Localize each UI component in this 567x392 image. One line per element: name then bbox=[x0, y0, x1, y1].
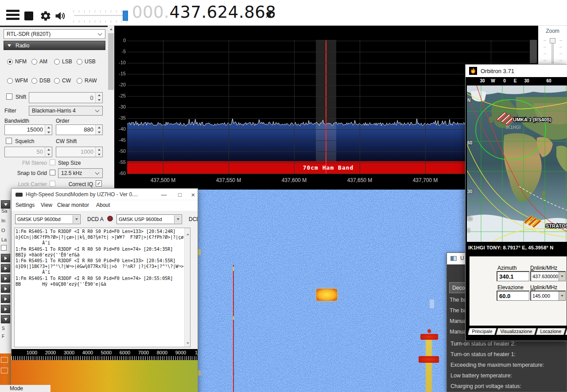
menu-view[interactable]: View bbox=[41, 202, 52, 208]
radio-icon[interactable] bbox=[77, 59, 82, 65]
collapsed-section-button[interactable] bbox=[1, 305, 10, 313]
frequency-display[interactable]: 000.437.624.868 bbox=[132, 3, 276, 22]
ruler-number: 5000 bbox=[97, 350, 116, 355]
spin-down-button[interactable] bbox=[45, 130, 52, 135]
zoom-slider-thumb[interactable] bbox=[550, 38, 555, 43]
open-section-button[interactable] bbox=[1, 315, 10, 323]
dropdown-button[interactable] bbox=[559, 272, 565, 281]
mode-option-wfm[interactable]: WFM bbox=[7, 78, 28, 84]
spin-up-button[interactable] bbox=[45, 147, 52, 152]
radio-icon[interactable] bbox=[54, 59, 60, 65]
mode-option-am[interactable]: AM bbox=[31, 58, 47, 65]
filter-select[interactable]: Blackman-Harris 4 bbox=[29, 106, 103, 116]
collapsed-section-button[interactable] bbox=[1, 254, 10, 262]
bandwidth-spinner[interactable]: 15000 bbox=[4, 124, 52, 135]
mode-option-dsb[interactable]: DSB bbox=[31, 78, 50, 84]
spin-down-button[interactable] bbox=[45, 152, 52, 157]
spin-down-button[interactable] bbox=[96, 98, 102, 103]
gear-icon[interactable] bbox=[40, 10, 51, 22]
open-section-button[interactable] bbox=[1, 200, 10, 209]
collapsed-section-button[interactable] bbox=[1, 274, 10, 283]
menu-about[interactable]: About bbox=[96, 202, 110, 208]
mode-option-nfm[interactable]: NFM bbox=[7, 58, 27, 65]
tab-principale[interactable]: Principale bbox=[468, 328, 497, 335]
spectrum-right-bar[interactable] bbox=[530, 40, 537, 63]
mode-label: CW bbox=[62, 78, 71, 84]
radio-icon[interactable] bbox=[77, 78, 82, 84]
collapsed-section-button[interactable] bbox=[1, 264, 10, 272]
collapsed-section-button[interactable] bbox=[1, 284, 10, 293]
speaker-icon[interactable] bbox=[54, 10, 66, 22]
mode-option-raw[interactable]: RAW bbox=[77, 78, 97, 84]
radio-icon[interactable] bbox=[7, 59, 13, 65]
snap-to-grid-checkbox[interactable] bbox=[50, 170, 55, 175]
lock-carrier-checkbox[interactable] bbox=[50, 181, 55, 186]
shift-spinner[interactable]: 0 bbox=[29, 92, 103, 103]
order-spinner[interactable]: 880 bbox=[56, 124, 103, 135]
tab-visualizzazione[interactable]: Visualizzazione bbox=[496, 328, 537, 335]
mode-option-lsb[interactable]: LSB bbox=[54, 58, 72, 65]
radio-section-header[interactable]: Radio bbox=[4, 41, 105, 50]
shift-checkbox[interactable] bbox=[6, 93, 12, 100]
scroll-down-button[interactable] bbox=[185, 338, 190, 346]
spin-up-button[interactable] bbox=[96, 147, 102, 152]
spin-up-button[interactable] bbox=[96, 125, 102, 130]
squelch-checkbox[interactable] bbox=[6, 138, 12, 144]
spin-up-button[interactable] bbox=[96, 93, 102, 98]
world-map[interactable]: IK1HGI UMKA 1 (RS40S) STRATOSA bbox=[467, 85, 567, 242]
mode-option-usb[interactable]: USB bbox=[77, 58, 96, 65]
step-size-select[interactable]: 12.5 kHz bbox=[58, 168, 103, 178]
squelch-spinner[interactable]: 50 bbox=[4, 147, 52, 157]
radio-icon[interactable] bbox=[54, 78, 60, 84]
panel-label-fragment: La bbox=[1, 237, 7, 242]
radio-icon[interactable] bbox=[7, 78, 13, 84]
azimuth-label: Azimuth bbox=[497, 265, 517, 271]
mode-option-cw[interactable]: CW bbox=[54, 78, 71, 84]
dropdown-button[interactable] bbox=[73, 215, 80, 223]
expand-icon bbox=[4, 277, 7, 280]
monitor-line: À¯ï bbox=[16, 240, 184, 246]
orbitron-titlebar[interactable]: Orbitron 3.71 bbox=[466, 65, 567, 77]
fragment-checkbox[interactable] bbox=[1, 245, 7, 251]
uplink-select[interactable]: 145.000 bbox=[530, 291, 566, 301]
minimize-button[interactable]: — bbox=[158, 189, 170, 200]
main-toolbar: 000.437.624.868 bbox=[0, 0, 567, 26]
expand-icon bbox=[4, 267, 7, 270]
panel-scrollbar[interactable] bbox=[108, 26, 114, 188]
correct-iq-checkbox[interactable]: ✓ bbox=[96, 180, 102, 186]
monitor-scrollbar[interactable] bbox=[184, 228, 190, 347]
menu-hamburger-icon[interactable] bbox=[6, 10, 19, 22]
radio-icon[interactable] bbox=[31, 78, 37, 84]
cw-shift-spinner[interactable]: 1000 bbox=[56, 147, 103, 157]
dropdown-button[interactable] bbox=[174, 215, 181, 223]
radio-icon[interactable] bbox=[31, 59, 37, 65]
maximize-button[interactable]: □ bbox=[174, 189, 186, 200]
v-gridline bbox=[360, 40, 360, 174]
soundmodem-titlebar[interactable]: High-Speed SoundModem by UZ7HO - Ver 0..… bbox=[12, 189, 198, 200]
ground-station-ghost-label: IK1HGI bbox=[506, 125, 521, 130]
pin-icon[interactable] bbox=[263, 9, 275, 20]
spin-down-button[interactable] bbox=[96, 152, 102, 157]
volume-slider-track[interactable] bbox=[74, 15, 127, 16]
source-device-select[interactable]: RTL-SDR (R820T) bbox=[4, 29, 105, 39]
volume-slider-thumb[interactable] bbox=[123, 11, 128, 21]
ruler-number: 2000 bbox=[41, 350, 60, 355]
spin-up-button[interactable] bbox=[45, 125, 52, 130]
scroll-up-button[interactable] bbox=[108, 26, 114, 32]
close-button[interactable]: × bbox=[187, 189, 198, 200]
h-gridline bbox=[127, 63, 529, 63]
spin-down-button[interactable] bbox=[96, 130, 102, 135]
tab-locazione[interactable]: Locazione bbox=[536, 328, 566, 335]
collapsed-section-button[interactable] bbox=[1, 295, 10, 303]
dropdown-button[interactable] bbox=[559, 291, 565, 300]
scroll-up-button[interactable] bbox=[185, 229, 190, 237]
modem-a-select[interactable]: GMSK USP 9600bd bbox=[15, 214, 81, 224]
fm-stereo-checkbox[interactable] bbox=[50, 159, 55, 165]
monitor-line: BBIÿ +0à©0'ezÿ{''Ê0'ef&ä bbox=[16, 252, 184, 258]
menu-settings[interactable]: Settings bbox=[16, 202, 35, 208]
db-tick-label: -15 bbox=[114, 71, 126, 76]
menu-clear-monitor[interactable]: Clear monitor bbox=[57, 202, 89, 208]
stop-button[interactable] bbox=[24, 12, 33, 20]
downlink-select[interactable]: 437.630000 bbox=[530, 271, 566, 281]
modem-b-select[interactable]: GMSK USP 9600bd bbox=[117, 214, 182, 224]
